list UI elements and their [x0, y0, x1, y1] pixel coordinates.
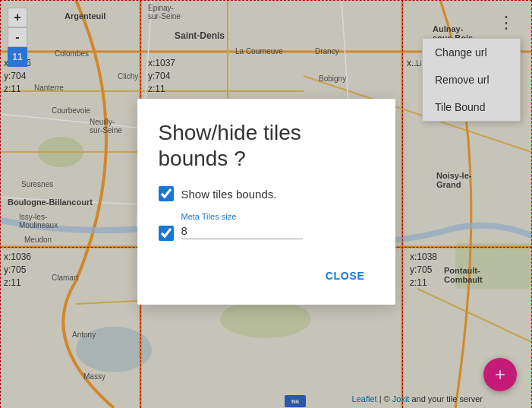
meta-tiles-checkbox[interactable] [159, 226, 174, 241]
show-tiles-label: Show tiles bounds. [181, 188, 277, 201]
show-tiles-checkbox[interactable] [159, 186, 174, 201]
meta-tiles-label: Meta Tiles size [181, 212, 303, 221]
show-tiles-row: Show tiles bounds. [159, 186, 374, 201]
map-container: N6 Argenteuil Saint-Denis Aulnay-sous-Bo… [0, 0, 532, 408]
show-hide-tiles-modal: Show/hide tiles bounds ? Show tiles boun… [137, 99, 395, 305]
modal-footer: CLOSE [159, 265, 374, 286]
meta-tiles-input[interactable] [181, 223, 303, 239]
modal-title: Show/hide tiles bounds ? [159, 120, 374, 171]
meta-tiles-row: Meta Tiles size [159, 212, 374, 255]
modal-overlay: Show/hide tiles bounds ? Show tiles boun… [0, 0, 532, 408]
meta-tiles-field-group: Meta Tiles size [181, 212, 303, 239]
close-button[interactable]: CLOSE [316, 265, 374, 286]
